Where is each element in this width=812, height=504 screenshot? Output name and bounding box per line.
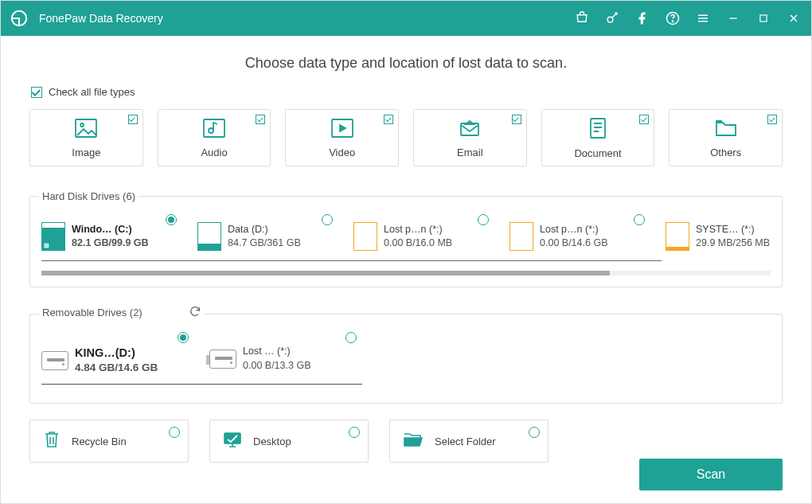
radio-icon[interactable] [529,427,540,438]
menu-icon[interactable] [695,10,711,26]
svg-rect-10 [461,123,478,135]
drive-size: 84.7 GB/361 GB [228,236,301,251]
checkbox-icon[interactable] [256,115,265,124]
drive-item[interactable]: SYSTE… (*:)29.9 MB/256 MB [666,214,771,251]
cart-icon[interactable] [574,10,590,26]
app-window: FonePaw Data Recovery Choose data type a… [0,0,812,504]
drive-icon [509,222,533,251]
drive-name: Lost … (*:) [243,345,310,359]
location-desktop[interactable]: Desktop [209,420,369,463]
type-card-image[interactable]: Image [29,109,143,166]
svg-point-6 [80,123,84,127]
video-icon [330,118,354,142]
drive-item[interactable]: Lost p…n (*:)0.00 B/16.0 MB [353,214,489,251]
drive-item[interactable]: ⊞ Windo… (C:)82.1 GB/99.9 GB [41,214,177,251]
titlebar-actions [574,10,802,26]
usb-icon [209,350,236,369]
scrollbar-thumb[interactable] [41,271,610,275]
minimize-icon[interactable] [725,10,741,26]
drive-icon [197,222,221,251]
type-card-email[interactable]: Email [413,109,527,166]
radio-icon[interactable] [322,214,333,225]
maximize-icon[interactable] [755,10,771,26]
radio-icon[interactable] [178,332,189,343]
hard-drives-box: ⊞ Windo… (C:)82.1 GB/99.9 GB Data (D:)84… [29,196,783,287]
type-label: Others [710,147,741,158]
check-all-label: Check all file types [49,86,135,98]
type-card-others[interactable]: Others [669,109,783,166]
trash-icon [43,430,61,452]
type-card-document[interactable]: Document [541,109,655,166]
key-icon[interactable] [604,10,620,26]
drive-size: 29.9 MB/256 MB [696,236,770,251]
folder-open-icon [403,431,424,451]
content-area: Choose data type and location of lost da… [1,36,811,503]
email-icon [458,118,482,142]
facebook-icon[interactable] [634,10,650,26]
selection-underline [41,260,662,261]
svg-point-1 [607,17,613,22]
type-card-video[interactable]: Video [285,109,399,166]
radio-icon[interactable] [478,214,489,225]
type-label: Image [72,147,100,158]
drive-item[interactable]: Data (D:)84.7 GB/361 GB [197,214,333,251]
location-label: Select Folder [435,436,496,447]
close-icon[interactable] [786,10,802,26]
removable-drives-row: KING…(D:)4.84 GB/14.6 GB Lost … (*:)0.00… [41,332,771,376]
type-card-audio[interactable]: Audio [158,109,271,166]
file-types-row: Image Audio Video Email Document [29,109,783,166]
page-title: Choose data type and location of lost da… [29,55,783,72]
selection-underline [41,384,362,385]
drive-icon: ⊞ [41,222,65,251]
checkbox-icon[interactable] [512,115,521,124]
svg-rect-7 [204,119,224,137]
refresh-icon[interactable] [189,305,201,320]
location-select-folder[interactable]: Select Folder [389,420,548,463]
drive-item[interactable]: Lost … (*:)0.00 B/13.3 GB [209,332,357,373]
type-label: Document [574,147,621,159]
drive-size: 0.00 B/14.6 GB [540,236,607,251]
image-icon [74,118,98,142]
svg-rect-4 [760,15,767,21]
location-recycle-bin[interactable]: Recycle Bin [29,420,189,463]
usb-icon [41,351,68,370]
svg-rect-11 [591,119,605,138]
checkbox-icon[interactable] [384,115,393,124]
titlebar: FonePaw Data Recovery [1,1,811,36]
checkbox-icon[interactable] [639,115,649,124]
drive-icon [353,222,377,251]
scrollbar[interactable] [41,271,771,275]
desktop-icon [223,431,242,451]
radio-icon[interactable] [345,332,357,343]
drive-icon [666,222,689,251]
drive-size: 0.00 B/13.3 GB [243,359,310,373]
scan-button[interactable]: Scan [639,459,783,490]
removable-drives-box: KING…(D:)4.84 GB/14.6 GB Lost … (*:)0.00… [29,314,783,404]
type-label: Video [329,147,355,158]
svg-point-3 [672,21,673,21]
drive-item[interactable]: Lost p…n (*:)0.00 B/14.6 GB [509,214,645,251]
radio-icon[interactable] [349,427,360,438]
hard-drives-label: Hard Disk Drives (6) [39,190,139,202]
hard-drives-row: ⊞ Windo… (C:)82.1 GB/99.9 GB Data (D:)84… [41,214,771,251]
drive-name: Lost p…n (*:) [540,223,607,237]
app-title: FonePaw Data Recovery [39,12,574,25]
drive-item[interactable]: KING…(D:)4.84 GB/14.6 GB [41,332,189,376]
drive-name: Lost p…n (*:) [384,223,452,237]
check-all-checkbox[interactable] [31,87,42,98]
svg-rect-12 [224,433,240,443]
drive-name: Data (D:) [228,223,301,237]
radio-icon[interactable] [169,427,180,438]
checkbox-icon[interactable] [767,115,777,124]
radio-icon[interactable] [634,214,645,225]
radio-icon[interactable] [166,214,177,225]
type-label: Email [457,147,483,158]
location-label: Recycle Bin [72,436,127,447]
audio-icon [202,118,226,142]
drive-name: Windo… (C:) [72,223,149,237]
checkbox-icon[interactable] [128,115,138,124]
help-icon[interactable] [665,10,681,26]
type-label: Audio [201,147,227,158]
drive-name: SYSTE… (*:) [696,223,770,237]
check-all-types[interactable]: Check all file types [31,86,783,98]
